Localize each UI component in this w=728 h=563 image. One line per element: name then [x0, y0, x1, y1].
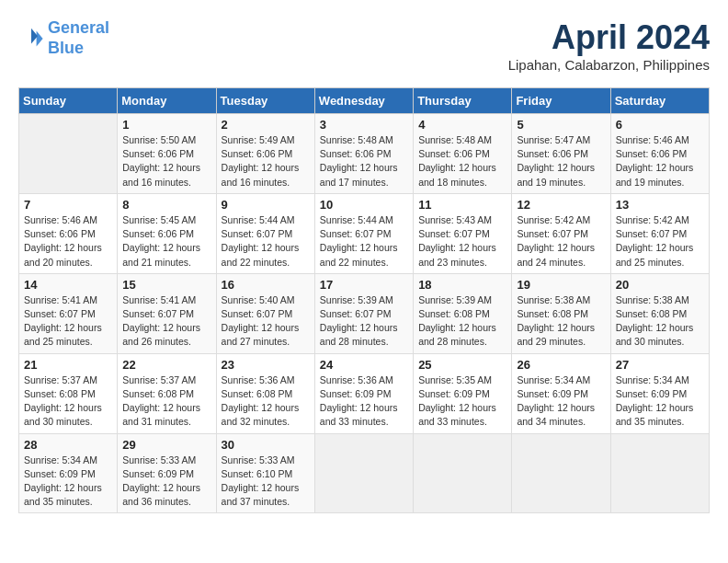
calendar-cell: 15Sunrise: 5:41 AMSunset: 6:07 PMDayligh…: [118, 273, 216, 353]
calendar-cell: 30Sunrise: 5:33 AMSunset: 6:10 PMDayligh…: [216, 433, 314, 513]
day-number: 18: [418, 278, 506, 292]
day-number: 27: [616, 358, 704, 372]
calendar-cell: [512, 433, 610, 513]
day-info: Sunrise: 5:45 AMSunset: 6:06 PMDaylight:…: [122, 213, 210, 270]
day-info: Sunrise: 5:40 AMSunset: 6:07 PMDaylight:…: [222, 293, 310, 350]
logo: General Blue: [18, 18, 109, 58]
week-row-5: 28Sunrise: 5:34 AMSunset: 6:09 PMDayligh…: [19, 433, 710, 513]
day-number: 26: [517, 358, 605, 372]
day-number: 20: [616, 278, 704, 292]
calendar-cell: 17Sunrise: 5:39 AMSunset: 6:07 PMDayligh…: [314, 273, 413, 353]
calendar-cell: 27Sunrise: 5:34 AMSunset: 6:09 PMDayligh…: [610, 353, 709, 433]
calendar-cell: 18Sunrise: 5:39 AMSunset: 6:08 PMDayligh…: [414, 273, 512, 353]
day-number: 12: [517, 198, 605, 212]
day-info: Sunrise: 5:39 AMSunset: 6:07 PMDaylight:…: [320, 293, 408, 350]
calendar-cell: [414, 433, 512, 513]
calendar-cell: 23Sunrise: 5:36 AMSunset: 6:08 PMDayligh…: [216, 353, 314, 433]
day-number: 1: [122, 118, 210, 132]
calendar-cell: 4Sunrise: 5:48 AMSunset: 6:06 PMDaylight…: [414, 114, 512, 194]
day-number: 7: [24, 198, 112, 212]
week-row-2: 7Sunrise: 5:46 AMSunset: 6:06 PMDaylight…: [19, 193, 710, 273]
day-info: Sunrise: 5:34 AMSunset: 6:09 PMDaylight:…: [616, 373, 704, 430]
day-info: Sunrise: 5:41 AMSunset: 6:07 PMDaylight:…: [122, 293, 210, 350]
week-row-1: 1Sunrise: 5:50 AMSunset: 6:06 PMDaylight…: [19, 114, 710, 194]
title-block: April 2024 Lipahan, Calabarzon, Philippi…: [508, 18, 710, 73]
calendar-cell: 6Sunrise: 5:46 AMSunset: 6:06 PMDaylight…: [610, 114, 709, 194]
day-number: 14: [24, 278, 112, 292]
day-number: 10: [320, 198, 408, 212]
calendar-cell: 25Sunrise: 5:35 AMSunset: 6:09 PMDayligh…: [414, 353, 512, 433]
day-info: Sunrise: 5:49 AMSunset: 6:06 PMDaylight:…: [222, 133, 310, 190]
header-wednesday: Wednesday: [314, 88, 413, 114]
calendar-cell: 12Sunrise: 5:42 AMSunset: 6:07 PMDayligh…: [512, 193, 610, 273]
day-info: Sunrise: 5:33 AMSunset: 6:10 PMDaylight:…: [222, 454, 310, 510]
header-thursday: Thursday: [414, 88, 512, 114]
calendar-cell: 3Sunrise: 5:48 AMSunset: 6:06 PMDaylight…: [314, 114, 413, 194]
calendar-cell: 7Sunrise: 5:46 AMSunset: 6:06 PMDaylight…: [19, 193, 118, 273]
day-info: Sunrise: 5:44 AMSunset: 6:07 PMDaylight:…: [222, 213, 310, 270]
day-info: Sunrise: 5:33 AMSunset: 6:09 PMDaylight:…: [122, 454, 210, 510]
day-number: 4: [418, 118, 506, 132]
calendar-cell: 13Sunrise: 5:42 AMSunset: 6:07 PMDayligh…: [610, 193, 709, 273]
header-monday: Monday: [118, 88, 216, 114]
day-number: 28: [24, 438, 112, 452]
day-info: Sunrise: 5:48 AMSunset: 6:06 PMDaylight:…: [320, 133, 408, 190]
day-number: 21: [24, 358, 112, 372]
calendar-cell: 2Sunrise: 5:49 AMSunset: 6:06 PMDaylight…: [216, 114, 314, 194]
day-info: Sunrise: 5:37 AMSunset: 6:08 PMDaylight:…: [24, 373, 112, 430]
day-info: Sunrise: 5:42 AMSunset: 6:07 PMDaylight:…: [616, 213, 704, 270]
calendar-table: SundayMondayTuesdayWednesdayThursdayFrid…: [18, 87, 710, 513]
day-number: 29: [122, 438, 210, 452]
day-info: Sunrise: 5:47 AMSunset: 6:06 PMDaylight:…: [517, 133, 605, 190]
calendar-cell: 11Sunrise: 5:43 AMSunset: 6:07 PMDayligh…: [414, 193, 512, 273]
day-number: 16: [222, 278, 310, 292]
logo-text: General Blue: [48, 18, 109, 58]
day-info: Sunrise: 5:44 AMSunset: 6:07 PMDaylight:…: [320, 213, 408, 270]
svg-marker-0: [37, 30, 43, 46]
header-saturday: Saturday: [610, 88, 709, 114]
day-info: Sunrise: 5:50 AMSunset: 6:06 PMDaylight:…: [122, 133, 210, 190]
day-info: Sunrise: 5:38 AMSunset: 6:08 PMDaylight:…: [517, 293, 605, 350]
day-number: 19: [517, 278, 605, 292]
calendar-cell: 28Sunrise: 5:34 AMSunset: 6:09 PMDayligh…: [19, 433, 118, 513]
calendar-cell: 26Sunrise: 5:34 AMSunset: 6:09 PMDayligh…: [512, 353, 610, 433]
day-number: 25: [418, 358, 506, 372]
day-info: Sunrise: 5:34 AMSunset: 6:09 PMDaylight:…: [24, 454, 112, 510]
calendar-cell: 1Sunrise: 5:50 AMSunset: 6:06 PMDaylight…: [118, 114, 216, 194]
day-number: 15: [122, 278, 210, 292]
week-row-4: 21Sunrise: 5:37 AMSunset: 6:08 PMDayligh…: [19, 353, 710, 433]
day-number: 9: [222, 198, 310, 212]
page-header: General Blue April 2024 Lipahan, Calabar…: [18, 18, 710, 73]
day-info: Sunrise: 5:39 AMSunset: 6:08 PMDaylight:…: [418, 293, 506, 350]
calendar-cell: 8Sunrise: 5:45 AMSunset: 6:06 PMDaylight…: [118, 193, 216, 273]
calendar-subtitle: Lipahan, Calabarzon, Philippines: [508, 57, 710, 73]
calendar-cell: [314, 433, 413, 513]
day-number: 8: [122, 198, 210, 212]
calendar-cell: 10Sunrise: 5:44 AMSunset: 6:07 PMDayligh…: [314, 193, 413, 273]
calendar-cell: 16Sunrise: 5:40 AMSunset: 6:07 PMDayligh…: [216, 273, 314, 353]
day-number: 17: [320, 278, 408, 292]
day-info: Sunrise: 5:46 AMSunset: 6:06 PMDaylight:…: [24, 213, 112, 270]
day-info: Sunrise: 5:38 AMSunset: 6:08 PMDaylight:…: [616, 293, 704, 350]
calendar-cell: 24Sunrise: 5:36 AMSunset: 6:09 PMDayligh…: [314, 353, 413, 433]
calendar-cell: 21Sunrise: 5:37 AMSunset: 6:08 PMDayligh…: [19, 353, 118, 433]
day-info: Sunrise: 5:34 AMSunset: 6:09 PMDaylight:…: [517, 373, 605, 430]
day-number: 11: [418, 198, 506, 212]
calendar-title: April 2024: [508, 18, 710, 57]
day-number: 23: [222, 358, 310, 372]
day-info: Sunrise: 5:35 AMSunset: 6:09 PMDaylight:…: [418, 373, 506, 430]
header-tuesday: Tuesday: [216, 88, 314, 114]
day-info: Sunrise: 5:48 AMSunset: 6:06 PMDaylight:…: [418, 133, 506, 190]
calendar-cell: 19Sunrise: 5:38 AMSunset: 6:08 PMDayligh…: [512, 273, 610, 353]
day-number: 6: [616, 118, 704, 132]
day-info: Sunrise: 5:43 AMSunset: 6:07 PMDaylight:…: [418, 213, 506, 270]
day-number: 5: [517, 118, 605, 132]
day-number: 22: [122, 358, 210, 372]
calendar-header-row: SundayMondayTuesdayWednesdayThursdayFrid…: [19, 88, 710, 114]
logo-general: General: [48, 18, 109, 37]
calendar-cell: [19, 114, 118, 194]
calendar-cell: 20Sunrise: 5:38 AMSunset: 6:08 PMDayligh…: [610, 273, 709, 353]
day-info: Sunrise: 5:46 AMSunset: 6:06 PMDaylight:…: [616, 133, 704, 190]
day-info: Sunrise: 5:42 AMSunset: 6:07 PMDaylight:…: [517, 213, 605, 270]
day-info: Sunrise: 5:36 AMSunset: 6:08 PMDaylight:…: [222, 373, 310, 430]
